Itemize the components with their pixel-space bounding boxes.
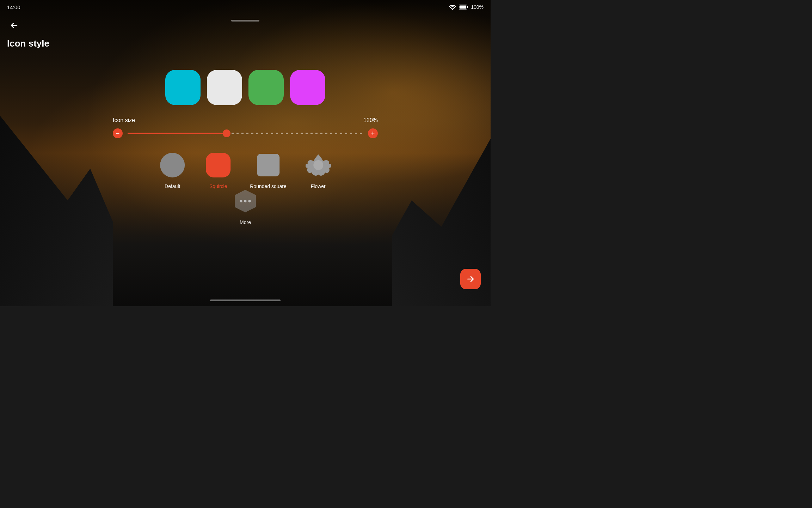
shape-rounded-square bbox=[257, 154, 279, 176]
dot-3 bbox=[248, 200, 251, 202]
slider-plus-button[interactable]: + bbox=[368, 128, 378, 138]
slider-filled bbox=[128, 133, 227, 134]
status-icons: 100% bbox=[449, 4, 484, 10]
back-button[interactable] bbox=[7, 18, 21, 32]
fab-next-button[interactable] bbox=[460, 269, 481, 289]
svg-point-0 bbox=[452, 9, 453, 10]
minus-icon: − bbox=[116, 130, 120, 137]
status-bar: 14:00 100% bbox=[0, 0, 491, 14]
swatch-cyan[interactable] bbox=[165, 70, 201, 105]
icon-style-label-more: More bbox=[240, 219, 251, 225]
icon-style-label-flower: Flower bbox=[311, 183, 326, 189]
swatch-white[interactable] bbox=[207, 70, 242, 105]
swatch-magenta[interactable] bbox=[290, 70, 325, 105]
dot-1 bbox=[240, 200, 242, 202]
icon-style-label-squircle: Squircle bbox=[209, 183, 227, 189]
page-title: Icon style bbox=[7, 38, 49, 49]
shape-squircle-container bbox=[204, 151, 232, 179]
icon-more-row: More bbox=[231, 187, 259, 225]
shape-flower-container bbox=[304, 151, 332, 179]
battery-icon bbox=[459, 5, 468, 10]
drag-handle-bottom[interactable] bbox=[210, 300, 281, 301]
shape-default-container bbox=[158, 151, 186, 179]
shape-rounded-square-container bbox=[254, 151, 282, 179]
svg-point-4 bbox=[313, 160, 323, 170]
more-dots bbox=[240, 200, 251, 202]
icon-style-squircle[interactable]: Squircle bbox=[204, 151, 232, 189]
icon-style-more[interactable]: More bbox=[231, 187, 259, 225]
icon-style-default[interactable]: Default bbox=[158, 151, 186, 189]
drag-handle-top[interactable] bbox=[231, 20, 259, 22]
shape-flower-svg bbox=[306, 152, 331, 178]
shape-squircle bbox=[206, 153, 230, 177]
battery-percentage: 100% bbox=[471, 4, 484, 10]
icon-style-rounded-square[interactable]: Rounded square bbox=[250, 151, 287, 189]
svg-rect-2 bbox=[467, 6, 468, 8]
svg-rect-3 bbox=[460, 6, 466, 9]
icon-size-value: 120% bbox=[363, 117, 378, 123]
icon-size-section: Icon size 120% − + bbox=[113, 117, 378, 138]
slider-empty bbox=[227, 133, 363, 134]
status-time: 14:00 bbox=[7, 4, 20, 10]
slider-thumb[interactable] bbox=[223, 129, 230, 137]
icon-size-label: Icon size bbox=[113, 117, 135, 123]
wifi-icon bbox=[449, 4, 456, 10]
shape-circle bbox=[160, 153, 185, 177]
color-swatches bbox=[165, 70, 325, 105]
arrow-right-icon bbox=[466, 274, 475, 284]
slider-track[interactable] bbox=[128, 133, 363, 134]
slider-minus-button[interactable]: − bbox=[113, 128, 123, 138]
plus-icon: + bbox=[371, 130, 375, 137]
dot-2 bbox=[244, 200, 247, 202]
icon-style-flower[interactable]: Flower bbox=[304, 151, 332, 189]
icon-size-header: Icon size 120% bbox=[113, 117, 378, 123]
swatch-green[interactable] bbox=[248, 70, 284, 105]
icon-styles-row: Default Squircle Rounded square Flower bbox=[158, 151, 332, 189]
slider-container: − + bbox=[113, 128, 378, 138]
shape-more-container bbox=[231, 187, 259, 215]
icon-style-label-default: Default bbox=[165, 183, 180, 189]
